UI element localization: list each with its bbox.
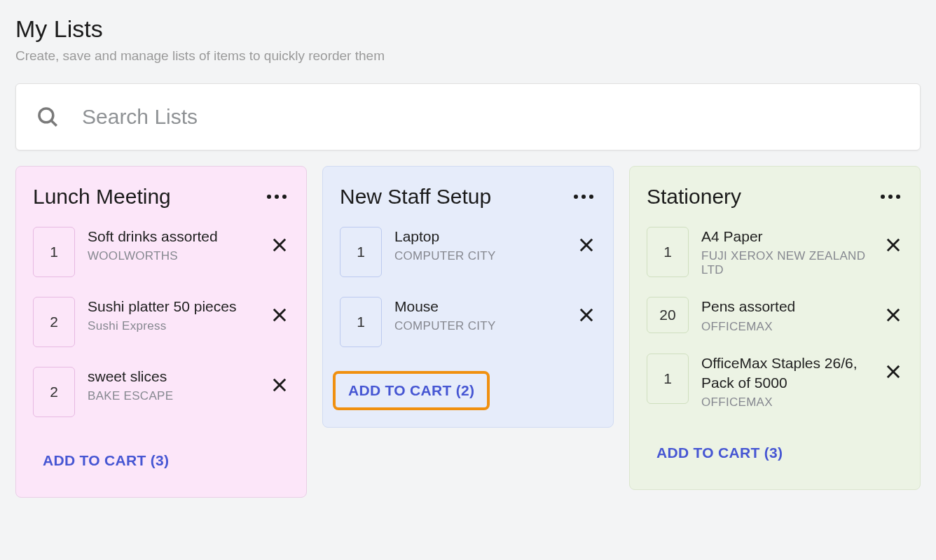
item-vendor: WOOLWORTHS xyxy=(88,249,257,263)
list-item: 2sweet slicesBAKE ESCAPE xyxy=(33,367,289,417)
card-title: Lunch Meeting xyxy=(33,185,171,209)
item-name: A4 Paper xyxy=(701,227,871,246)
search-input[interactable] xyxy=(82,105,900,129)
page-title: My Lists xyxy=(15,15,921,43)
quantity-box[interactable]: 1 xyxy=(340,297,382,347)
quantity-box[interactable]: 1 xyxy=(340,227,382,277)
item-vendor: COMPUTER CITY xyxy=(394,319,564,333)
item-text: MouseCOMPUTER CITY xyxy=(394,297,564,333)
list-card: Stationery1A4 PaperFUJI XEROX NEW ZEALAN… xyxy=(629,166,921,490)
more-icon[interactable] xyxy=(571,192,596,202)
list-item: 1OfficeMax Staples 26/6, Pack of 5000OFF… xyxy=(647,354,903,410)
item-text: Soft drinks assortedWOOLWORTHS xyxy=(88,227,257,263)
add-to-cart-button[interactable]: ADD TO CART (3) xyxy=(641,433,798,472)
item-vendor: COMPUTER CITY xyxy=(394,249,564,263)
item-name: Soft drinks assorted xyxy=(88,227,257,246)
list-item: 1MouseCOMPUTER CITY xyxy=(340,297,596,347)
item-vendor: OFFICEMAX xyxy=(701,320,871,334)
add-to-cart-button[interactable]: ADD TO CART (2) xyxy=(333,371,490,410)
item-text: OfficeMax Staples 26/6, Pack of 5000OFFI… xyxy=(701,354,871,410)
card-title: Stationery xyxy=(647,185,741,209)
cards-container: Lunch Meeting1Soft drinks assortedWOOLWO… xyxy=(15,166,921,498)
list-card: Lunch Meeting1Soft drinks assortedWOOLWO… xyxy=(15,166,307,498)
item-vendor: BAKE ESCAPE xyxy=(88,389,257,403)
item-text: LaptopCOMPUTER CITY xyxy=(394,227,564,263)
item-text: Sushi platter 50 piecesSushi Express xyxy=(88,297,257,333)
item-text: sweet slicesBAKE ESCAPE xyxy=(88,367,257,403)
add-to-cart-button[interactable]: ADD TO CART (3) xyxy=(27,441,184,480)
card-header: Stationery xyxy=(647,185,903,209)
item-name: OfficeMax Staples 26/6, Pack of 5000 xyxy=(701,354,871,393)
list-card: New Staff Setup1LaptopCOMPUTER CITY1Mous… xyxy=(322,166,614,428)
card-header: Lunch Meeting xyxy=(33,185,289,209)
item-name: Laptop xyxy=(394,227,564,246)
item-text: Pens assortedOFFICEMAX xyxy=(701,297,871,333)
quantity-box[interactable]: 2 xyxy=(33,367,75,417)
quantity-box[interactable]: 2 xyxy=(33,297,75,347)
more-icon[interactable] xyxy=(878,192,903,202)
card-header: New Staff Setup xyxy=(340,185,596,209)
close-icon[interactable] xyxy=(577,305,596,325)
close-icon[interactable] xyxy=(270,375,289,395)
list-item: 1LaptopCOMPUTER CITY xyxy=(340,227,596,277)
item-name: Pens assorted xyxy=(701,297,871,316)
quantity-box[interactable]: 1 xyxy=(33,227,75,277)
page-subtitle: Create, save and manage lists of items t… xyxy=(15,48,921,64)
quantity-box[interactable]: 1 xyxy=(647,227,689,277)
svg-point-0 xyxy=(39,108,53,122)
list-item: 1A4 PaperFUJI XEROX NEW ZEALAND LTD xyxy=(647,227,903,277)
close-icon[interactable] xyxy=(883,235,903,255)
close-icon[interactable] xyxy=(270,235,289,255)
close-icon[interactable] xyxy=(577,235,596,255)
close-icon[interactable] xyxy=(883,305,903,325)
item-name: sweet slices xyxy=(88,367,257,386)
item-vendor: FUJI XEROX NEW ZEALAND LTD xyxy=(701,249,871,277)
list-item: 20Pens assortedOFFICEMAX xyxy=(647,297,903,333)
quantity-box[interactable]: 1 xyxy=(647,354,689,404)
search-container xyxy=(15,83,921,150)
svg-line-1 xyxy=(52,121,57,126)
item-vendor: OFFICEMAX xyxy=(701,396,871,410)
item-vendor: Sushi Express xyxy=(88,319,257,333)
card-title: New Staff Setup xyxy=(340,185,491,209)
list-item: 1Soft drinks assortedWOOLWORTHS xyxy=(33,227,289,277)
close-icon[interactable] xyxy=(883,362,903,382)
more-icon[interactable] xyxy=(264,192,289,202)
quantity-box[interactable]: 20 xyxy=(647,297,689,333)
list-item: 2Sushi platter 50 piecesSushi Express xyxy=(33,297,289,347)
item-name: Mouse xyxy=(394,297,564,316)
close-icon[interactable] xyxy=(270,305,289,325)
item-text: A4 PaperFUJI XEROX NEW ZEALAND LTD xyxy=(701,227,871,277)
item-name: Sushi platter 50 pieces xyxy=(88,297,257,316)
search-icon xyxy=(36,105,60,129)
